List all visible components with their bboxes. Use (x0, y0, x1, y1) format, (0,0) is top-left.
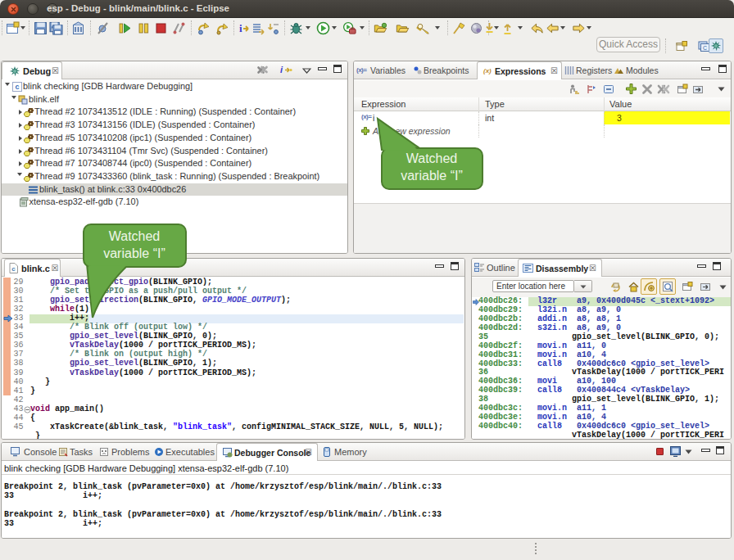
svg-text:i: i (239, 22, 242, 34)
svg-text:Watched: Watched (109, 229, 161, 243)
svg-text:c: c (15, 83, 19, 91)
svg-text:variable “I”: variable “I” (103, 246, 165, 260)
svg-text:Watched: Watched (406, 151, 458, 165)
svg-text:variable “I”: variable “I” (401, 169, 463, 183)
svg-text:c: c (11, 265, 16, 273)
svg-text:C: C (703, 45, 707, 51)
